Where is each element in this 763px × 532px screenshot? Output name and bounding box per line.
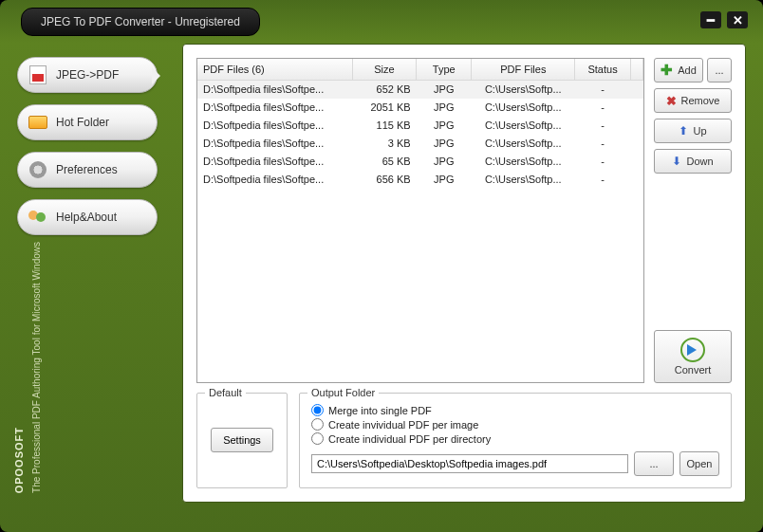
sidebar-item-label: Hot Folder — [56, 116, 109, 129]
up-arrow-icon: ⬆ — [679, 124, 688, 138]
output-folder-group: Output Folder Merge into single PDF Crea… — [299, 393, 732, 488]
main-panel: PDF Files (6) Size Type PDF Files Status… — [182, 44, 746, 503]
settings-button[interactable]: Settings — [211, 428, 273, 452]
sidebar-item-help-about[interactable]: Help&About — [17, 199, 158, 235]
convert-button[interactable]: Convert — [654, 330, 732, 383]
col-type[interactable]: Type — [417, 59, 472, 81]
table-row[interactable]: D:\Softpedia files\Softpe...2051 KBJPGC:… — [197, 99, 643, 117]
add-button[interactable]: ✚Add — [654, 58, 703, 83]
sidebar-item-preferences[interactable]: Preferences — [17, 152, 158, 188]
people-icon — [28, 207, 48, 228]
sidebar-item-jpeg-pdf[interactable]: JPEG->PDF — [17, 57, 158, 93]
remove-button[interactable]: ✖Remove — [654, 88, 732, 113]
remove-icon: ✖ — [666, 94, 677, 108]
open-button[interactable]: Open — [679, 451, 719, 476]
radio-per-directory[interactable]: Create individual PDF per directory — [311, 431, 719, 446]
gear-icon — [28, 159, 48, 180]
table-row[interactable]: D:\Softpedia files\Softpe...65 KBJPGC:\U… — [197, 153, 643, 171]
output-path-input[interactable] — [311, 454, 628, 473]
sidebar-item-label: Help&About — [56, 211, 117, 224]
browse-button[interactable]: ... — [634, 451, 674, 476]
up-button[interactable]: ⬆Up — [654, 119, 732, 143]
add-more-button[interactable]: ... — [707, 58, 732, 83]
radio-merge[interactable]: Merge into single PDF — [311, 403, 719, 417]
table-row[interactable]: D:\Softpedia files\Softpe...652 KBJPGC:\… — [197, 81, 643, 99]
close-button[interactable]: ✕ — [727, 11, 748, 28]
pdf-icon — [28, 64, 48, 85]
default-group: Default Settings — [196, 393, 288, 488]
output-legend: Output Folder — [307, 387, 379, 398]
col-status[interactable]: Status — [575, 59, 631, 81]
radio-per-image[interactable]: Create invividual PDF per image — [311, 417, 719, 431]
down-button[interactable]: ⬇Down — [654, 149, 732, 174]
folder-icon — [28, 112, 48, 133]
sidebar-item-hot-folder[interactable]: Hot Folder — [17, 104, 158, 140]
down-arrow-icon: ⬇ — [672, 155, 681, 168]
table-row[interactable]: D:\Softpedia files\Softpe...115 KBJPGC:\… — [197, 117, 643, 135]
default-legend: Default — [205, 387, 246, 398]
col-size[interactable]: Size — [352, 59, 417, 81]
sidebar: JPEG->PDF Hot Folder Preferences Help&Ab… — [0, 44, 182, 520]
titlebar: JPEG To PDF Converter - Unregistered ━ ✕ — [0, 0, 763, 44]
window-title: JPEG To PDF Converter - Unregistered — [21, 8, 260, 36]
brand-text: OPOOSOFT — [13, 427, 25, 493]
tagline-text: The Professional PDF Authoring Tool for … — [30, 242, 44, 493]
play-icon — [680, 338, 705, 362]
sidebar-item-label: Preferences — [56, 163, 118, 176]
minimize-button[interactable]: ━ — [700, 11, 721, 28]
sidebar-item-label: JPEG->PDF — [56, 68, 119, 82]
col-pdf[interactable]: PDF Files — [472, 59, 575, 81]
table-row[interactable]: D:\Softpedia files\Softpe...656 KBJPGC:\… — [197, 171, 643, 189]
col-file[interactable]: PDF Files (6) — [197, 59, 352, 81]
table-row[interactable]: D:\Softpedia files\Softpe...3 KBJPGC:\Us… — [197, 135, 643, 153]
file-table[interactable]: PDF Files (6) Size Type PDF Files Status… — [196, 58, 644, 383]
plus-icon: ✚ — [661, 62, 673, 79]
